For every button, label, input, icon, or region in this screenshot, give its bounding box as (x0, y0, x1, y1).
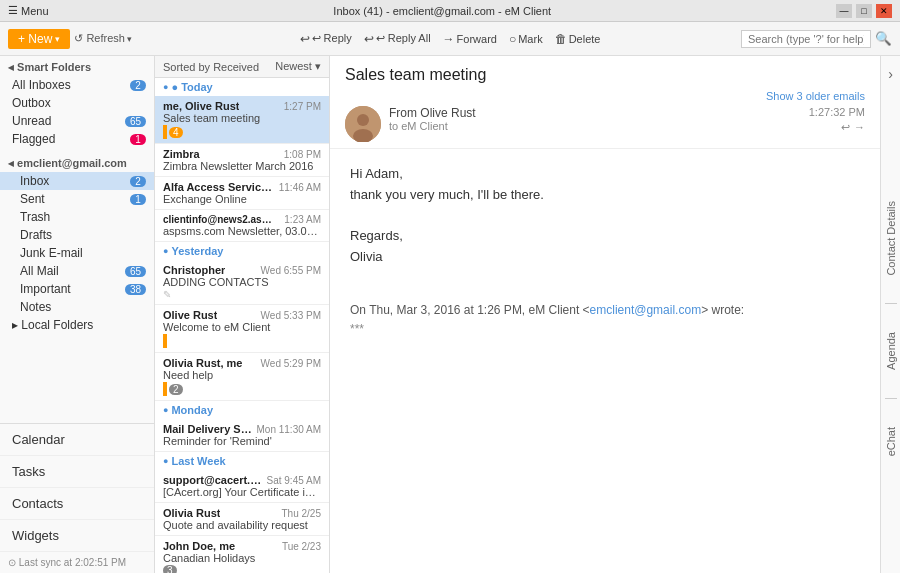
sidebar-item-outbox[interactable]: Outbox (0, 94, 154, 112)
sidebar-item-flagged[interactable]: Flagged 1 (0, 130, 154, 148)
search-input[interactable] (741, 30, 871, 48)
svg-point-1 (357, 114, 369, 126)
sidebar-item-junk[interactable]: Junk E-mail (0, 244, 154, 262)
search-icon-button[interactable]: 🔍 (875, 31, 892, 46)
message-item-0[interactable]: me, Olive Rust 1:27 PM Sales team meetin… (155, 96, 329, 144)
orange-flag-badge (163, 334, 167, 348)
main-layout: ◂ Smart Folders All Inboxes 2 Outbox Unr… (0, 56, 900, 573)
sidebar-nav-widgets[interactable]: Widgets (0, 520, 154, 552)
message-list: Sorted by Received Newest ▾ ● ● Today me… (155, 56, 330, 573)
toolbar-left: + New ▾ ↺ Refresh ▾ (8, 29, 168, 49)
email-body-line1: Hi Adam, (350, 164, 860, 185)
message-item-6[interactable]: Olivia Rust, me Wed 5:29 PM Need help 2 (155, 353, 329, 401)
smart-folders-title[interactable]: ◂ Smart Folders (0, 56, 154, 76)
reply-all-button[interactable]: ↩ ↩ Reply All (359, 30, 436, 48)
toolbar: + New ▾ ↺ Refresh ▾ ↩ ↩ Reply ↩ ↩ Reply … (0, 22, 900, 56)
sidebar-item-trash[interactable]: Trash (0, 208, 154, 226)
message-item-10[interactable]: John Doe, me Tue 2/23 Canadian Holidays … (155, 536, 329, 573)
group-last-week: ● Last Week (155, 452, 329, 470)
forward-button[interactable]: → Forward (438, 30, 502, 48)
quote-email-link[interactable]: emclient@gmail.com (590, 303, 702, 317)
email-from-name: From Olive Rust (389, 106, 801, 120)
window-controls: — □ ✕ (836, 4, 892, 18)
toolbar-right: 🔍 (732, 30, 892, 48)
message-item-7[interactable]: Mail Delivery Subsystem Mon 11:30 AM Rem… (155, 419, 329, 452)
sidebar-item-all-mail[interactable]: All Mail 65 (0, 262, 154, 280)
message-item-4[interactable]: Christopher Wed 6:55 PM ADDING CONTACTS … (155, 260, 329, 305)
message-item-8[interactable]: support@cacert.org Sat 9:45 AM [CAcert.o… (155, 470, 329, 503)
reply-button[interactable]: ↩ ↩ Reply (295, 30, 357, 48)
sidebar-item-unread[interactable]: Unread 65 (0, 112, 154, 130)
sidebar: ◂ Smart Folders All Inboxes 2 Outbox Unr… (0, 56, 155, 573)
toolbar-center: ↩ ↩ Reply ↩ ↩ Reply All → Forward ○ Mark… (172, 30, 728, 48)
new-dropdown-arrow[interactable]: ▾ (55, 34, 60, 44)
message-item-1[interactable]: Zimbra 1:08 PM Zimbra Newsletter March 2… (155, 144, 329, 177)
email-view: Sales team meeting Show 3 older emails F… (330, 56, 880, 573)
tab-echat[interactable]: eChat (883, 419, 899, 464)
new-button[interactable]: + New ▾ (8, 29, 70, 49)
email-meta-bar: Show 3 older emails (345, 90, 865, 102)
reply-small-button[interactable]: ↩ (841, 121, 850, 134)
group-today: ● ● Today (155, 78, 329, 96)
sidebar-item-local-folders[interactable]: ▸ Local Folders (0, 316, 154, 334)
maximize-button[interactable]: □ (856, 4, 872, 18)
sidebar-nav-contacts[interactable]: Contacts (0, 488, 154, 520)
email-subject: Sales team meeting (345, 66, 865, 84)
sidebar-footer: Calendar Tasks Contacts Widgets ⊙ Last s… (0, 423, 154, 573)
message-list-header: Sorted by Received Newest ▾ (155, 56, 329, 78)
delete-button[interactable]: 🗑 Delete (550, 30, 606, 48)
titlebar: ☰ Menu Inbox (41) - emclient@gmail.com -… (0, 0, 900, 22)
email-timestamp: 1:27:32 PM (809, 106, 865, 118)
email-body: Hi Adam, thank you very much, I'll be th… (330, 149, 880, 573)
email-quote-marker: *** (350, 320, 860, 339)
email-to: to eM Client (389, 120, 801, 132)
sync-status: ⊙ Last sync at 2:02:51 PM (0, 552, 154, 573)
show-older-link[interactable]: Show 3 older emails (766, 90, 865, 102)
orange-flag-badge (163, 125, 167, 139)
menu-icon[interactable]: ☰ Menu (8, 4, 49, 17)
sidebar-item-notes[interactable]: Notes (0, 298, 154, 316)
group-yesterday: ● Yesterday (155, 242, 329, 260)
mark-button[interactable]: ○ Mark (504, 30, 548, 48)
sidebar-item-sent[interactable]: Sent 1 (0, 190, 154, 208)
tab-contact-details[interactable]: Contact Details (883, 193, 899, 284)
email-quote-header: On Thu, Mar 3, 2016 at 1:26 PM, eM Clien… (350, 301, 860, 320)
group-monday: ● Monday (155, 401, 329, 419)
email-action-buttons: ↩ → (841, 121, 865, 134)
tab-divider (885, 303, 897, 304)
sidebar-item-important[interactable]: Important 38 (0, 280, 154, 298)
sidebar-item-drafts[interactable]: Drafts (0, 226, 154, 244)
right-panel: › Contact Details Agenda eChat (880, 56, 900, 573)
sidebar-nav-calendar[interactable]: Calendar (0, 424, 154, 456)
tab-agenda[interactable]: Agenda (883, 324, 899, 378)
refresh-button[interactable]: ↺ Refresh ▾ (74, 32, 132, 45)
message-item-2[interactable]: Alfa Access Services Ltd 11:46 AM Exchan… (155, 177, 329, 210)
window-title: Inbox (41) - emclient@gmail.com - eM Cli… (49, 5, 836, 17)
account-title[interactable]: ◂ emclient@gmail.com (0, 152, 154, 172)
tab-divider2 (885, 398, 897, 399)
email-from-details: From Olive Rust to eM Client (389, 106, 801, 132)
email-body-line3: Regards, (350, 226, 860, 247)
sidebar-nav-tasks[interactable]: Tasks (0, 456, 154, 488)
sidebar-item-inbox[interactable]: Inbox 2 (0, 172, 154, 190)
email-body-line4: Olivia (350, 247, 860, 268)
email-header: Sales team meeting Show 3 older emails F… (330, 56, 880, 149)
orange-flag-badge (163, 382, 167, 396)
collapse-right-panel-button[interactable]: › (883, 64, 898, 84)
minimize-button[interactable]: — (836, 4, 852, 18)
email-body-line2: thank you very much, I'll be there. (350, 185, 860, 206)
close-button[interactable]: ✕ (876, 4, 892, 18)
message-item-5[interactable]: Olive Rust Wed 5:33 PM Welcome to eM Cli… (155, 305, 329, 353)
message-item-9[interactable]: Olivia Rust Thu 2/25 Quote and availabil… (155, 503, 329, 536)
sender-avatar (345, 106, 381, 142)
message-item-3[interactable]: clientinfo@news2.aspsms.com 1:23 AM asps… (155, 210, 329, 242)
email-from-row: From Olive Rust to eM Client 1:27:32 PM … (345, 106, 865, 142)
forward-small-button[interactable]: → (854, 121, 865, 134)
sidebar-item-all-inboxes[interactable]: All Inboxes 2 (0, 76, 154, 94)
